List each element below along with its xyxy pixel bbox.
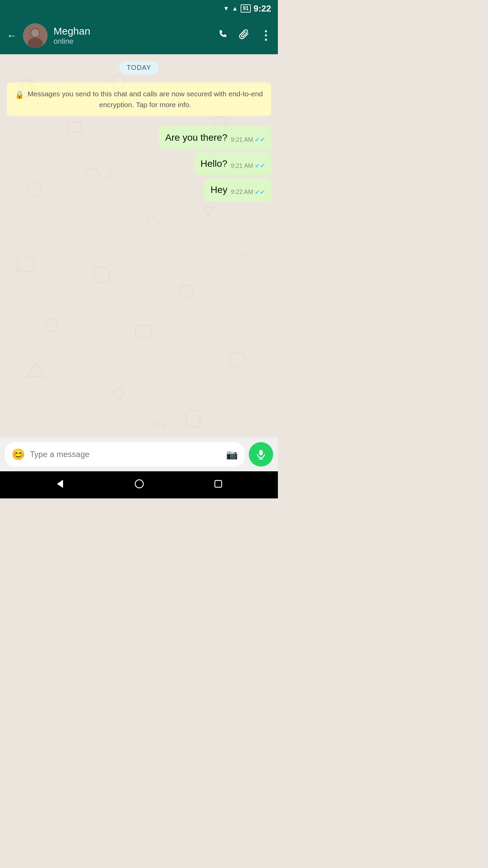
message-time: 9:22 AM xyxy=(231,189,253,196)
nav-home-button[interactable] xyxy=(134,479,144,491)
svg-rect-16 xyxy=(136,326,151,337)
svg-rect-19 xyxy=(186,410,200,427)
svg-point-3 xyxy=(31,29,39,37)
table-row: Hello? 9:21 AM ✔✔ xyxy=(7,152,271,175)
call-button[interactable] xyxy=(218,28,229,43)
header-actions: ⋮ xyxy=(218,28,271,43)
message-meta: 9:21 AM ✔✔ xyxy=(231,162,265,170)
date-text: TODAY xyxy=(119,61,159,74)
message-meta: 9:21 AM ✔✔ xyxy=(231,136,265,143)
svg-point-13 xyxy=(94,267,110,283)
svg-point-15 xyxy=(45,319,57,332)
nav-back-button[interactable] xyxy=(55,479,65,491)
battery-icon: 91 xyxy=(241,4,251,13)
svg-rect-22 xyxy=(259,450,263,455)
status-icons: ▼ ▲ 91 9:22 xyxy=(223,3,271,14)
svg-point-14 xyxy=(180,285,193,298)
back-button[interactable]: ← xyxy=(7,30,17,41)
input-area: 😊 📷 xyxy=(0,437,278,471)
wifi-icon: ▼ xyxy=(223,5,229,12)
avatar[interactable] xyxy=(23,23,47,48)
attach-button[interactable] xyxy=(239,28,250,43)
camera-button[interactable]: 📷 xyxy=(226,449,238,460)
contact-name: Meghan xyxy=(54,25,211,37)
contact-status: online xyxy=(54,37,211,46)
message-bubble[interactable]: Hello? 9:21 AM ✔✔ xyxy=(195,152,271,175)
menu-button[interactable]: ⋮ xyxy=(260,28,271,43)
svg-marker-25 xyxy=(57,480,63,488)
chat-header: ← Meghan online ⋮ xyxy=(0,17,278,54)
message-input-box: 😊 📷 xyxy=(5,442,245,467)
emoji-button[interactable]: 😊 xyxy=(12,448,25,461)
messages-container: Are you there? 9:21 AM ✔✔ Hello? 9:21 AM… xyxy=(7,126,271,201)
read-receipt-icon: ✔✔ xyxy=(255,162,265,170)
read-receipt-icon: ✔✔ xyxy=(255,136,265,143)
nav-bar xyxy=(0,471,278,498)
chat-area: TODAY 🔒 Messages you send to this chat a… xyxy=(0,54,278,437)
message-bubble[interactable]: Are you there? 9:21 AM ✔✔ xyxy=(159,126,271,149)
date-badge: TODAY xyxy=(7,61,271,74)
mic-button[interactable] xyxy=(249,442,273,467)
encryption-text: Messages you send to this chat and calls… xyxy=(27,88,263,110)
signal-icon: ▲ xyxy=(232,5,238,12)
message-bubble[interactable]: Hey 9:22 AM ✔✔ xyxy=(204,178,271,201)
table-row: Hey 9:22 AM ✔✔ xyxy=(7,178,271,201)
svg-point-18 xyxy=(114,388,124,398)
message-meta: 9:22 AM ✔✔ xyxy=(231,189,265,196)
read-receipt-icon: ✔✔ xyxy=(255,189,265,196)
message-text: Are you there? xyxy=(165,131,227,144)
svg-point-11 xyxy=(147,218,158,229)
svg-rect-12 xyxy=(17,258,34,271)
encryption-notice[interactable]: 🔒 Messages you send to this chat and cal… xyxy=(7,82,271,116)
svg-rect-27 xyxy=(215,480,222,487)
message-text: Hello? xyxy=(201,157,227,170)
message-time: 9:21 AM xyxy=(231,162,253,170)
lock-icon: 🔒 xyxy=(15,89,24,100)
nav-recent-button[interactable] xyxy=(214,479,223,491)
message-text: Hey xyxy=(210,183,227,196)
status-bar: ▼ ▲ 91 9:22 xyxy=(0,0,278,17)
svg-point-17 xyxy=(230,352,245,367)
status-time: 9:22 xyxy=(253,3,271,14)
table-row: Are you there? 9:21 AM ✔✔ xyxy=(7,126,271,149)
svg-point-26 xyxy=(135,480,143,488)
message-time: 9:21 AM xyxy=(231,136,253,143)
message-input[interactable] xyxy=(30,450,221,459)
contact-info[interactable]: Meghan online xyxy=(54,25,211,46)
